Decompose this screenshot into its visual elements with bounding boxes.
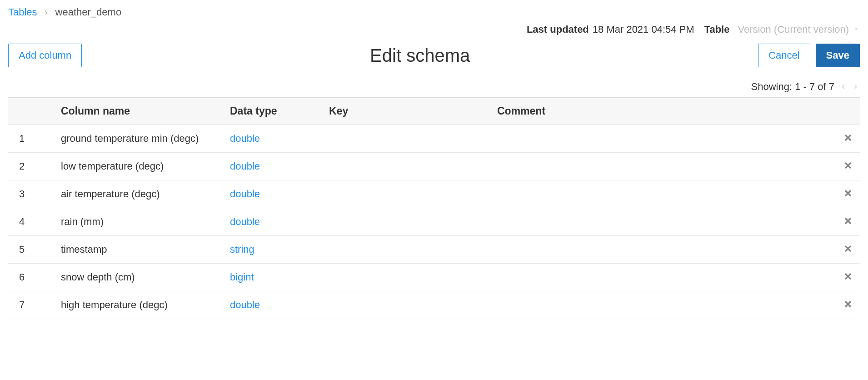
last-updated-label: Last updated bbox=[527, 24, 589, 35]
row-type-link[interactable]: double bbox=[230, 299, 260, 310]
close-icon bbox=[843, 160, 853, 172]
row-type-link[interactable]: double bbox=[230, 160, 260, 172]
row-index: 4 bbox=[8, 208, 54, 236]
row-key[interactable] bbox=[322, 180, 490, 208]
row-index: 2 bbox=[8, 153, 54, 180]
row-comment[interactable] bbox=[490, 264, 833, 291]
cancel-button[interactable]: Cancel bbox=[758, 44, 810, 67]
pagination: Showing: 1 - 7 of 7 bbox=[8, 81, 860, 93]
page-prev-button[interactable] bbox=[839, 81, 847, 93]
delete-row-button[interactable] bbox=[843, 215, 853, 228]
delete-row-button[interactable] bbox=[843, 243, 853, 255]
table-row: 3air temperature (degc)double bbox=[8, 180, 860, 208]
row-comment[interactable] bbox=[490, 180, 833, 208]
caret-down-icon bbox=[853, 24, 860, 35]
delete-row-button[interactable] bbox=[843, 299, 853, 311]
row-comment[interactable] bbox=[490, 125, 833, 153]
row-name[interactable]: ground temperature min (degc) bbox=[54, 125, 223, 153]
row-key[interactable] bbox=[322, 291, 490, 319]
breadcrumb-root-link[interactable]: Tables bbox=[8, 6, 37, 18]
close-icon bbox=[843, 243, 853, 255]
table-row: 1ground temperature min (degc)double bbox=[8, 125, 860, 153]
table-row: 2low temperature (degc)double bbox=[8, 153, 860, 180]
header-comment: Comment bbox=[490, 98, 833, 125]
chevron-right-icon bbox=[44, 6, 49, 18]
close-icon bbox=[843, 215, 853, 228]
close-icon bbox=[843, 271, 853, 283]
row-index: 7 bbox=[8, 291, 54, 319]
header-name: Column name bbox=[54, 98, 223, 125]
row-name[interactable]: timestamp bbox=[54, 236, 223, 264]
breadcrumb: Tables weather_demo bbox=[8, 6, 860, 18]
row-key[interactable] bbox=[322, 125, 490, 153]
row-index: 6 bbox=[8, 264, 54, 291]
row-comment[interactable] bbox=[490, 291, 833, 319]
close-icon bbox=[843, 132, 853, 145]
table-label: Table bbox=[704, 24, 730, 35]
header-actions bbox=[833, 98, 860, 125]
row-key[interactable] bbox=[322, 264, 490, 291]
table-row: 6snow depth (cm)bigint bbox=[8, 264, 860, 291]
version-label: Version (Current version) bbox=[738, 24, 849, 35]
toolbar: Add column Edit schema Cancel Save bbox=[8, 44, 860, 67]
delete-row-button[interactable] bbox=[843, 188, 853, 200]
row-index: 5 bbox=[8, 236, 54, 264]
table-row: 5timestampstring bbox=[8, 236, 860, 264]
row-type-link[interactable]: bigint bbox=[230, 271, 254, 283]
row-key[interactable] bbox=[322, 236, 490, 264]
save-button[interactable]: Save bbox=[816, 44, 860, 67]
row-comment[interactable] bbox=[490, 153, 833, 180]
row-index: 3 bbox=[8, 180, 54, 208]
row-name[interactable]: low temperature (degc) bbox=[54, 153, 223, 180]
row-name[interactable]: rain (mm) bbox=[54, 208, 223, 236]
delete-row-button[interactable] bbox=[843, 271, 853, 283]
breadcrumb-current: weather_demo bbox=[55, 6, 122, 18]
delete-row-button[interactable] bbox=[843, 160, 853, 172]
pagination-text: Showing: 1 - 7 of 7 bbox=[751, 81, 834, 93]
row-name[interactable]: high temperature (degc) bbox=[54, 291, 223, 319]
schema-table: Column name Data type Key Comment 1groun… bbox=[8, 97, 860, 319]
table-row: 7high temperature (degc)double bbox=[8, 291, 860, 319]
table-row: 4rain (mm)double bbox=[8, 208, 860, 236]
row-key[interactable] bbox=[322, 208, 490, 236]
last-updated-value: 18 Mar 2021 04:54 PM bbox=[593, 24, 694, 35]
row-name[interactable]: snow depth (cm) bbox=[54, 264, 223, 291]
delete-row-button[interactable] bbox=[843, 132, 853, 145]
row-type-link[interactable]: string bbox=[230, 244, 254, 255]
table-header-row: Column name Data type Key Comment bbox=[8, 98, 860, 125]
row-comment[interactable] bbox=[490, 236, 833, 264]
row-key[interactable] bbox=[322, 153, 490, 180]
page-title: Edit schema bbox=[82, 45, 758, 66]
row-type-link[interactable]: double bbox=[230, 133, 260, 144]
close-icon bbox=[843, 188, 853, 200]
row-name[interactable]: air temperature (degc) bbox=[54, 180, 223, 208]
row-type-link[interactable]: double bbox=[230, 188, 260, 200]
header-meta: Last updated 18 Mar 2021 04:54 PM Table … bbox=[8, 24, 860, 35]
row-comment[interactable] bbox=[490, 208, 833, 236]
version-selector[interactable]: Version (Current version) bbox=[738, 24, 860, 35]
header-key: Key bbox=[322, 98, 490, 125]
header-type: Data type bbox=[223, 98, 322, 125]
close-icon bbox=[843, 299, 853, 311]
header-index bbox=[8, 98, 54, 125]
row-type-link[interactable]: double bbox=[230, 216, 260, 227]
page-next-button[interactable] bbox=[852, 81, 860, 93]
add-column-button[interactable]: Add column bbox=[8, 44, 82, 67]
row-index: 1 bbox=[8, 125, 54, 153]
